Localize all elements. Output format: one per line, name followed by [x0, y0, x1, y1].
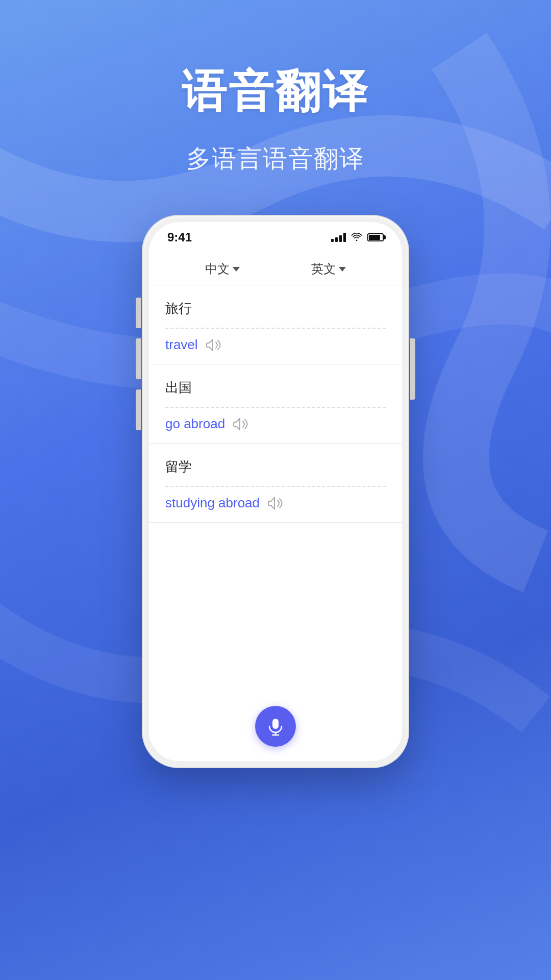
speaker-icon [232, 417, 248, 431]
main-title: 语音翻译 [182, 61, 369, 122]
phone-btn-vol-up [136, 338, 141, 379]
status-time: 9:41 [167, 230, 192, 244]
microphone-button[interactable] [255, 706, 296, 747]
source-text: 旅行 [165, 300, 386, 317]
mic-container [149, 696, 402, 761]
source-text: 留学 [165, 458, 386, 476]
language-selector-bar: 中文 英文 [149, 253, 402, 285]
translated-text: go abroad [165, 416, 225, 432]
empty-content-area [149, 523, 402, 696]
speaker-button[interactable] [232, 417, 248, 431]
phone-btn-power [410, 338, 415, 400]
source-lang-chevron [233, 267, 240, 272]
microphone-icon [266, 717, 285, 736]
speaker-button[interactable] [205, 338, 221, 352]
phone-screen: 9:41 [149, 222, 402, 761]
translation-item: 留学 studying abroad [149, 444, 402, 523]
battery-icon [367, 233, 384, 241]
content-wrapper: 语音翻译 多语言语音翻译 9:41 [0, 0, 551, 767]
signal-icon [331, 233, 346, 242]
speaker-icon [205, 338, 221, 352]
phone-mockup: 9:41 [143, 216, 408, 767]
source-text: 出国 [165, 379, 386, 397]
translation-item: 出国 go abroad [149, 364, 402, 444]
status-icons [331, 233, 384, 242]
speaker-button[interactable] [267, 496, 283, 510]
phone-btn-mute [136, 298, 141, 328]
translation-item: 旅行 travel [149, 285, 402, 364]
translation-row: travel [165, 337, 386, 353]
dashed-divider [165, 407, 386, 408]
title-section: 语音翻译 多语言语音翻译 [182, 61, 369, 175]
dashed-divider [165, 486, 386, 487]
source-language-button[interactable]: 中文 [185, 261, 260, 277]
phone-btn-vol-down [136, 389, 141, 430]
translation-row: go abroad [165, 416, 386, 432]
translation-row: studying abroad [165, 495, 386, 511]
source-lang-label: 中文 [205, 261, 230, 277]
subtitle: 多语言语音翻译 [182, 142, 369, 175]
svg-rect-0 [272, 719, 279, 729]
swap-language-button[interactable] [260, 256, 291, 282]
translated-text: studying abroad [165, 495, 260, 511]
target-lang-label: 英文 [311, 261, 336, 277]
wifi-icon [351, 233, 362, 242]
target-lang-chevron [339, 267, 346, 272]
speaker-icon [267, 496, 283, 510]
target-language-button[interactable]: 英文 [291, 261, 366, 277]
translations-list: 旅行 travel [149, 285, 402, 761]
translated-text: travel [165, 337, 198, 353]
dashed-divider [165, 328, 386, 329]
status-bar: 9:41 [149, 222, 402, 253]
